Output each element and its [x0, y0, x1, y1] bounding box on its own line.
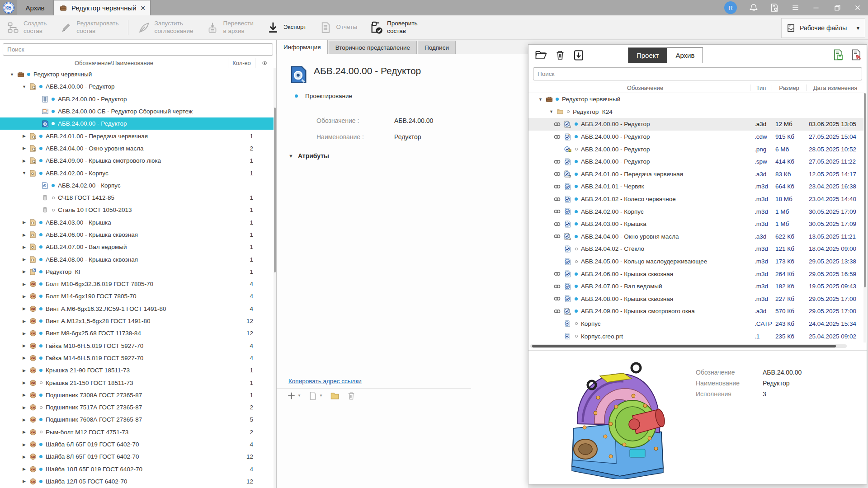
files-hscrollbar[interactable]	[530, 344, 847, 348]
expand-closed-icon[interactable]: ▶	[20, 455, 28, 459]
tree-row[interactable]: ▶сиШайба 12Л 05 ГОСТ 6402-7012	[0, 475, 274, 488]
expand-closed-icon[interactable]: ▶	[20, 405, 28, 410]
delete-button[interactable]	[347, 392, 356, 399]
file-row[interactable]: АБВ.24.03.00 - Крышка.m3d1 Мб30.05.2025 …	[528, 218, 864, 230]
expand-closed-icon[interactable]: ▶	[20, 331, 28, 336]
tree-row[interactable]: СЧ18 ГОСТ 1412-851	[0, 192, 274, 204]
expand-closed-icon[interactable]: ▶	[20, 319, 28, 324]
tree-row[interactable]: ▶АБВ.24.07.00 - Вал ведомый1	[0, 241, 274, 253]
minimize-button[interactable]	[806, 0, 826, 15]
tree-row[interactable]: ▶сиШайба 10Л 65Г 019 ГОСТ 6402-704	[0, 463, 274, 475]
attributes-section-toggle[interactable]: ▼ Атрибуты	[288, 152, 329, 160]
expand-closed-icon[interactable]: ▶	[20, 282, 28, 286]
file-row[interactable]: АБВ.24.00.00 - Редуктор.cdw915 Кб27.05.2…	[528, 131, 864, 143]
expand-closed-icon[interactable]: ▶	[20, 257, 28, 262]
file-row[interactable]: АБВ.24.02.00 - Корпус.m3d1 Мб30.05.2025 …	[528, 205, 864, 218]
toolbar-button-check[interactable]: Проверить состав	[363, 17, 424, 38]
column-name[interactable]: Обозначение\Наименование	[0, 60, 228, 66]
tree-row[interactable]: АБВ.24.02.00 - Корпус	[0, 179, 274, 192]
tree-row[interactable]: ▶сиПодшипник 7608А ГОСТ 27365-875	[0, 413, 274, 426]
expand-closed-icon[interactable]: ▶	[20, 356, 28, 360]
expand-closed-icon[interactable]: ▶	[20, 269, 28, 274]
folder-row[interactable]: ▼Редуктор_К24	[528, 106, 864, 118]
file-row[interactable]: АБВ.24.00.00 - Редуктор.a3d12 Мб03.06.20…	[528, 118, 864, 131]
file-row[interactable]: АБВ.24.00.00 - Редуктор.spw414 Кб27.05.2…	[528, 155, 864, 168]
tree-row[interactable]: ▶сиШайба 6Л 65Г 019 ГОСТ 6402-704	[0, 438, 274, 450]
file-row[interactable]: Корпус.CATP243 Кб24.04.2025 15:34	[528, 318, 864, 330]
expand-closed-icon[interactable]: ▶	[20, 467, 28, 471]
expand-closed-icon[interactable]: ▶	[20, 418, 28, 422]
expand-open-icon[interactable]: ▼	[537, 97, 544, 102]
tree-row[interactable]: ▶сиПодшипник 7517А ГОСТ 27365-872	[0, 401, 274, 413]
save-version-button[interactable]	[832, 48, 844, 61]
visibility-column[interactable]	[255, 58, 274, 68]
files-search-input[interactable]	[533, 67, 862, 80]
open-folder-button[interactable]	[330, 392, 340, 399]
tree-row[interactable]: ▶сиРым-болт М12 ГОСТ 4751-732	[0, 426, 274, 438]
expand-closed-icon[interactable]: ▶	[20, 368, 28, 373]
folder-row[interactable]: ▼Редуктор червячный	[528, 93, 864, 106]
tree-row[interactable]: ▶сиПодшипник 7308А ГОСТ 27365-871	[0, 389, 274, 401]
file-row[interactable]: АБВ.24.01.02 - Колесо червячное.m3d18 Мб…	[528, 193, 864, 206]
file-row[interactable]: АБВ.24.07.00 - Вал ведомый.m3d182 Кб19.0…	[528, 280, 864, 293]
new-document-button[interactable]: ▼	[308, 392, 323, 399]
expand-closed-icon[interactable]: ▶	[20, 159, 28, 163]
close-tab-icon[interactable]: ✕	[140, 5, 146, 12]
open-folder-button[interactable]	[534, 49, 547, 61]
notifications-button[interactable]	[743, 0, 764, 15]
tree-row[interactable]: ▶сиВинт М8-6gx25.68 ГОСТ 11738-8412	[0, 327, 274, 339]
file-row[interactable]: АБВ.24.06.00 - Крышка сквозная.m3d264 Кб…	[528, 267, 864, 280]
tree-row[interactable]: ▶сиВинт А.М6-6gx16.32.ЛС59-1 ГОСТ 1491-8…	[0, 303, 274, 315]
export-file-button[interactable]	[850, 48, 862, 61]
tree-row[interactable]: ▶сиКрышка 21-150 ГОСТ 18511-731	[0, 376, 274, 389]
menu-button[interactable]	[785, 0, 806, 15]
expand-closed-icon[interactable]: ▶	[20, 245, 28, 249]
expand-open-icon[interactable]: ▼	[20, 171, 28, 175]
expand-closed-icon[interactable]: ▶	[20, 393, 28, 397]
tree-row[interactable]: ▼АБВ.24.00.00 - Редуктор	[0, 80, 274, 93]
file-row[interactable]: АБВ.24.04.00 - Окно уровня масла.a3d622 …	[528, 230, 864, 243]
expand-open-icon[interactable]: ▼	[20, 84, 28, 89]
file-row[interactable]: АБВ.24.05.00 - Кольцо маслоудерживающее.…	[528, 255, 864, 268]
tree-row[interactable]: ▶АБВ.24.03.00 - Крышка1	[0, 216, 274, 229]
expand-closed-icon[interactable]: ▶	[20, 306, 28, 311]
column-date[interactable]: Дата изменения	[806, 84, 864, 91]
copy-link-button[interactable]: Копировать адрес ссылки	[288, 378, 362, 385]
import-file-button[interactable]	[573, 49, 585, 61]
tree-row[interactable]: ▶сиВинт А.М12х1,5-6gx28 ГОСТ 1491-8012	[0, 315, 274, 327]
toolbar-button-export[interactable]: Экспорт	[260, 17, 313, 38]
file-row[interactable]: Корпус.creo.prt.1235 Кб25.04.2025 09:02	[528, 330, 864, 343]
tree-row[interactable]: ▶АБВ.24.08.00 - Крышка сквозная1	[0, 253, 274, 265]
close-button[interactable]	[847, 0, 868, 15]
tree-row[interactable]: ▶АБВ.24.01.00 - Передача червячная1	[0, 130, 274, 142]
expand-closed-icon[interactable]: ▶	[20, 294, 28, 299]
tree-row[interactable]: Сталь 10 ГОСТ 1050-20131	[0, 204, 274, 216]
tree-row[interactable]: ▶сиШайба 8Л 65Г 019 ГОСТ 6402-7012	[0, 450, 274, 463]
structure-search-input[interactable]	[3, 43, 273, 56]
file-row[interactable]: АБВ.24.00.00 - Редуктор.png6 Мб28.05.202…	[528, 143, 864, 155]
expand-closed-icon[interactable]: ▶	[20, 343, 28, 348]
tree-row[interactable]: ▶Редуктор_КГ1	[0, 266, 274, 278]
file-row[interactable]: АБВ.24.09.00 - Крышка смотрового окна.a3…	[528, 305, 864, 318]
tree-row[interactable]: АБВ.24.00.00 - Редуктор	[0, 93, 274, 105]
tab-signatures[interactable]: Подписи	[418, 41, 456, 54]
add-button[interactable]: ▼	[287, 392, 301, 399]
toggle-archive[interactable]: Архив	[667, 48, 703, 63]
expand-open-icon[interactable]: ▼	[547, 109, 555, 114]
expand-closed-icon[interactable]: ▶	[20, 220, 28, 225]
expand-closed-icon[interactable]: ▶	[20, 146, 28, 150]
tree-row[interactable]: ▼Редуктор червячный	[0, 68, 274, 80]
file-row[interactable]: АБВ.24.08.00 - Крышка сквозная.m3d227 Кб…	[528, 293, 864, 305]
tree-row[interactable]: ▶сиГайка М10-6Н.5.019 ГОСТ 5927-704	[0, 340, 274, 352]
doc-gear-button[interactable]	[764, 0, 785, 15]
tree-row[interactable]: ▶АБВ.24.04.00 - Окно уровня масла2	[0, 142, 274, 155]
tree-row[interactable]: ▶сиБолт М10-6gx32.36.019 ГОСТ 7805-704	[0, 278, 274, 290]
files-vscrollbar[interactable]	[863, 93, 866, 343]
window-tab-reduktor[interactable]: Редуктор червячный ✕	[53, 0, 151, 15]
tab-information[interactable]: Информация	[277, 40, 328, 54]
column-type[interactable]: Тип	[750, 84, 772, 91]
tree-row[interactable]: АБВ.24.00.00 - Редуктор	[0, 117, 274, 130]
expand-closed-icon[interactable]: ▶	[20, 430, 28, 434]
tree-row[interactable]: ▶сиГайка М14-6Н.5.019 ГОСТ 5927-704	[0, 352, 274, 364]
column-size[interactable]: Размер	[772, 84, 806, 91]
